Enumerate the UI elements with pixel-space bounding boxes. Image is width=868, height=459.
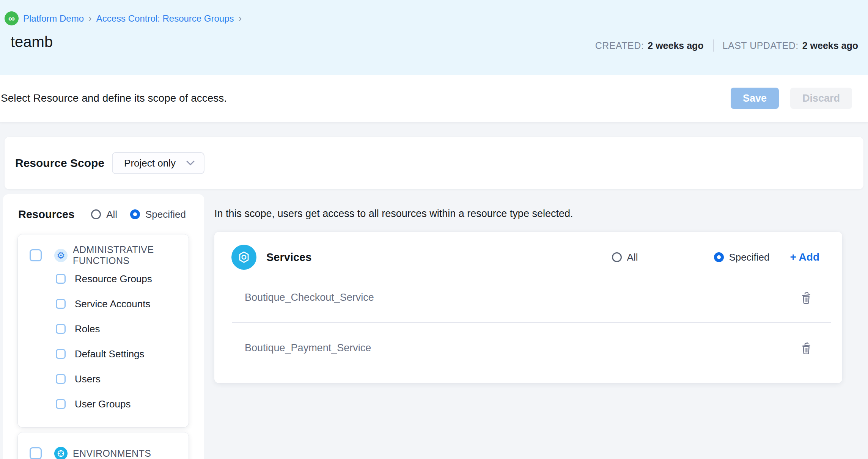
services-radio-all-label: All <box>627 252 638 263</box>
resource-group-row: ⚙ ADMINISTRATIVE FUNCTIONS <box>18 244 189 266</box>
radio-unselected-icon[interactable] <box>612 252 622 262</box>
resources-radio-specified[interactable]: Specified <box>130 209 186 220</box>
services-radio-all[interactable]: All <box>612 252 638 263</box>
admin-functions-checkbox[interactable] <box>30 249 42 261</box>
toolbar-buttons: Save Discard <box>731 88 852 109</box>
roles-checkbox[interactable] <box>56 324 66 334</box>
default-settings-label: Default Settings <box>75 348 145 360</box>
page-header: ∞ Platform Demo › Access Control: Resour… <box>0 0 868 75</box>
updated-label: LAST UPDATED: <box>723 40 799 51</box>
service-accounts-checkbox[interactable] <box>56 299 66 309</box>
service-name: Boutique_Checkout_Service <box>245 292 374 303</box>
content-area: Resources All Specified ⚙ ADMINISTRATIVE… <box>0 194 868 459</box>
admin-functions-label: ADMINISTRATIVE FUNCTIONS <box>73 244 189 266</box>
globe-icon <box>54 447 68 459</box>
created-value: 2 weeks ago <box>648 40 703 51</box>
radio-selected-icon[interactable] <box>714 252 724 262</box>
users-checkbox[interactable] <box>56 374 66 384</box>
default-settings-checkbox[interactable] <box>56 349 66 359</box>
services-list: Boutique_Checkout_Service <box>214 273 842 373</box>
admin-functions-card: ⚙ ADMINISTRATIVE FUNCTIONS Resource Grou… <box>18 234 189 427</box>
trash-icon <box>803 292 810 303</box>
delete-service-button[interactable] <box>800 291 813 305</box>
roles-label: Roles <box>75 323 100 335</box>
services-title: Services <box>266 251 311 264</box>
scope-note: In this scope, users get access to all r… <box>214 208 842 220</box>
delete-service-button[interactable] <box>800 341 813 355</box>
resource-child-row: Service Accounts <box>18 291 189 316</box>
hexagon-services-icon <box>231 245 256 270</box>
add-service-button[interactable]: + Add <box>790 251 819 263</box>
resources-panel: Resources All Specified ⚙ ADMINISTRATIVE… <box>3 194 204 459</box>
page-title: teamb <box>11 33 53 50</box>
resources-title: Resources <box>18 208 74 221</box>
resources-radio-all-label: All <box>106 209 117 220</box>
environments-card: ENVIRONMENTS <box>18 432 189 459</box>
user-groups-label: User Groups <box>75 398 131 410</box>
service-row: Boutique_Checkout_Service <box>214 273 842 322</box>
scope-detail-column: In this scope, users get access to all r… <box>214 194 842 383</box>
trash-icon <box>803 343 810 354</box>
resource-groups-checkbox[interactable] <box>56 274 66 284</box>
resources-radio-specified-label: Specified <box>145 209 186 220</box>
gear-icon: ⚙ <box>54 249 68 262</box>
user-groups-checkbox[interactable] <box>56 399 66 409</box>
services-header: Services All Specified + Add <box>214 232 842 270</box>
created-label: CREATED: <box>595 40 644 51</box>
toolbar-description: Select Resource and define its scope of … <box>1 92 227 104</box>
save-button[interactable]: Save <box>731 88 779 109</box>
meta-divider <box>713 39 714 52</box>
resource-scope-selected-value: Project only <box>124 157 176 169</box>
resources-radio-all[interactable]: All <box>91 209 117 220</box>
resource-group-row: ENVIRONMENTS <box>18 442 189 459</box>
services-card: Services All Specified + Add Boutique_Ch… <box>214 232 842 383</box>
chevron-right-icon: › <box>88 13 92 24</box>
resource-child-row: Users <box>18 366 189 391</box>
updated-meta: LAST UPDATED: 2 weeks ago <box>723 40 858 51</box>
resource-child-row: Roles <box>18 316 189 341</box>
discard-button[interactable]: Discard <box>790 88 852 109</box>
service-name: Boutique_Payment_Service <box>245 342 371 354</box>
breadcrumb: ∞ Platform Demo › Access Control: Resour… <box>5 11 242 25</box>
users-label: Users <box>75 373 101 385</box>
chevron-down-icon <box>186 160 195 166</box>
breadcrumb-platform-demo[interactable]: Platform Demo <box>23 13 84 24</box>
resource-scope-card: Resource Scope Project only <box>5 137 863 189</box>
resource-child-row: Resource Groups <box>18 266 189 291</box>
resource-child-row: User Groups <box>18 391 189 417</box>
created-meta: CREATED: 2 weeks ago <box>595 40 704 51</box>
services-radio-specified[interactable]: Specified <box>714 252 770 263</box>
chevron-right-icon: › <box>239 13 242 24</box>
resource-groups-label: Resource Groups <box>75 273 152 285</box>
environments-checkbox[interactable] <box>30 447 42 459</box>
services-radio-specified-label: Specified <box>729 252 770 263</box>
resource-scope-select[interactable]: Project only <box>112 152 204 174</box>
meta-info: CREATED: 2 weeks ago LAST UPDATED: 2 wee… <box>595 39 858 52</box>
radio-unselected-icon[interactable] <box>91 209 101 219</box>
resources-panel-header: Resources All Specified <box>3 194 204 234</box>
action-toolbar: Select Resource and define its scope of … <box>0 75 868 123</box>
infinity-icon: ∞ <box>5 11 19 25</box>
radio-selected-icon[interactable] <box>130 209 140 219</box>
resource-scope-label: Resource Scope <box>15 157 104 170</box>
updated-value: 2 weeks ago <box>802 40 858 51</box>
resource-child-row: Default Settings <box>18 341 189 366</box>
service-row: Boutique_Payment_Service <box>214 323 842 373</box>
environments-label: ENVIRONMENTS <box>73 448 151 459</box>
breadcrumb-access-control[interactable]: Access Control: Resource Groups <box>96 13 234 24</box>
service-accounts-label: Service Accounts <box>75 298 150 310</box>
